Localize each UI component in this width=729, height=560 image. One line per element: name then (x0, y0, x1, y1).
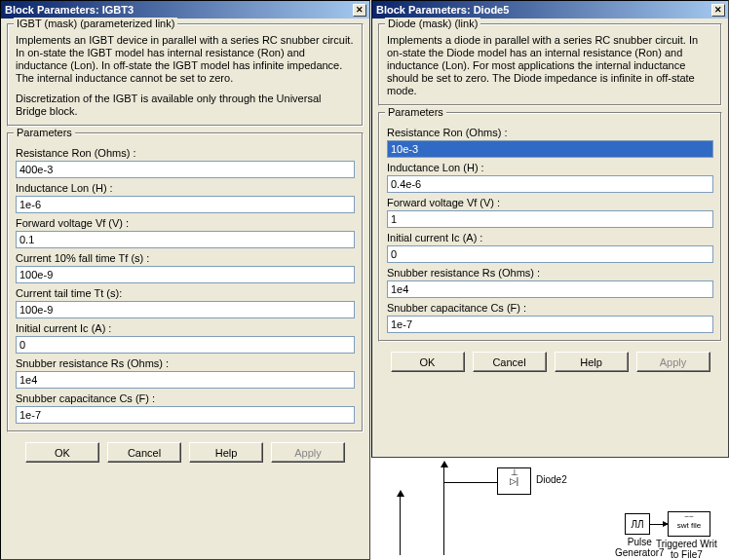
input-ic[interactable] (16, 336, 355, 354)
group-description: IGBT (mask) (parameterized link) Impleme… (7, 23, 364, 127)
label-ic: Initial current Ic (A) : (16, 322, 355, 334)
block-diode2: ⊥▷| (497, 467, 531, 495)
desc-title: IGBT (mask) (parameterized link) (14, 18, 177, 29)
apply-button[interactable]: Apply (636, 352, 710, 372)
input-rs[interactable] (16, 371, 355, 389)
group-parameters: Parameters Resistance Ron (Ohms) : Induc… (378, 112, 722, 342)
block-triggered-write: ~~swt file (668, 511, 710, 537)
ok-button[interactable]: OK (25, 442, 99, 463)
block-pulse-gen: ЛЛ (625, 513, 650, 535)
input-vf[interactable] (387, 210, 713, 228)
input-ic[interactable] (387, 245, 713, 263)
params-legend: Parameters (14, 127, 75, 138)
titlebar-right[interactable]: Block Parameters: Diode5 ✕ (372, 1, 728, 19)
desc-text-1: Implements an IGBT device in parallel wi… (16, 34, 355, 85)
label-ic: Initial current Ic (A) : (387, 232, 713, 243)
ok-button[interactable]: OK (391, 352, 465, 372)
apply-button[interactable]: Apply (271, 442, 345, 463)
input-rs[interactable] (387, 280, 713, 298)
label-rs: Snubber resistance Rs (Ohms) : (16, 357, 355, 369)
label-vf: Forward voltage Vf (V) : (387, 197, 713, 208)
background-diagram: ⊥▷| Diode2 ЛЛ Pulse Generator7 ~~swt fil… (375, 443, 726, 560)
dialog-diode: Block Parameters: Diode5 ✕ Diode (mask) … (371, 0, 729, 458)
label-cs: Snubber capacitance Cs (F) : (16, 392, 355, 404)
label-tf: Current 10% fall time Tf (s) : (16, 252, 355, 264)
input-cs[interactable] (16, 406, 355, 424)
label-tt: Current tail time Tt (s): (16, 287, 355, 299)
cancel-button[interactable]: Cancel (107, 442, 181, 463)
title-text: Block Parameters: Diode5 (376, 4, 711, 16)
group-description: Diode (mask) (link) Implements a diode i… (378, 23, 722, 106)
label-vf: Forward voltage Vf (V) : (16, 217, 355, 229)
desc-title: Diode (mask) (link) (385, 18, 480, 29)
input-ron[interactable] (16, 161, 355, 178)
params-legend: Parameters (385, 106, 446, 118)
label-rs: Snubber resistance Rs (Ohms) : (387, 267, 713, 279)
label-ron: Resistance Ron (Ohms) : (16, 147, 355, 159)
desc-text-2: Discretization of the IGBT is available … (16, 93, 355, 118)
button-row: OK Cancel Help Apply (378, 348, 722, 372)
input-tf[interactable] (16, 266, 355, 283)
desc-text-1: Implements a diode in parallel with a se… (387, 34, 713, 97)
label-lon: Inductance Lon (H) : (387, 162, 713, 173)
label-cs: Snubber capacitance Cs (F) : (387, 302, 713, 314)
label-ron: Resistance Ron (Ohms) : (387, 127, 713, 138)
label-triggered-write: Triggered Writ to File7 (656, 539, 717, 560)
close-icon[interactable]: ✕ (711, 4, 725, 17)
group-parameters: Parameters Resistance Ron (Ohms) : Induc… (7, 132, 364, 432)
help-button[interactable]: Help (189, 442, 263, 463)
button-row: OK Cancel Help Apply (7, 438, 364, 463)
titlebar-left[interactable]: Block Parameters: IGBT3 ✕ (1, 1, 369, 19)
label-lon: Inductance Lon (H) : (16, 182, 355, 194)
help-button[interactable]: Help (555, 352, 629, 372)
input-cs[interactable] (387, 316, 713, 333)
input-tt[interactable] (16, 301, 355, 318)
input-ron[interactable] (387, 140, 713, 158)
cancel-button[interactable]: Cancel (473, 352, 547, 372)
input-lon[interactable] (387, 175, 713, 193)
label-diode2: Diode2 (536, 474, 567, 485)
input-vf[interactable] (16, 231, 355, 248)
dialog-igbt: Block Parameters: IGBT3 ✕ IGBT (mask) (p… (0, 0, 370, 560)
close-icon[interactable]: ✕ (353, 4, 366, 17)
input-lon[interactable] (16, 196, 355, 213)
title-text: Block Parameters: IGBT3 (5, 4, 353, 16)
